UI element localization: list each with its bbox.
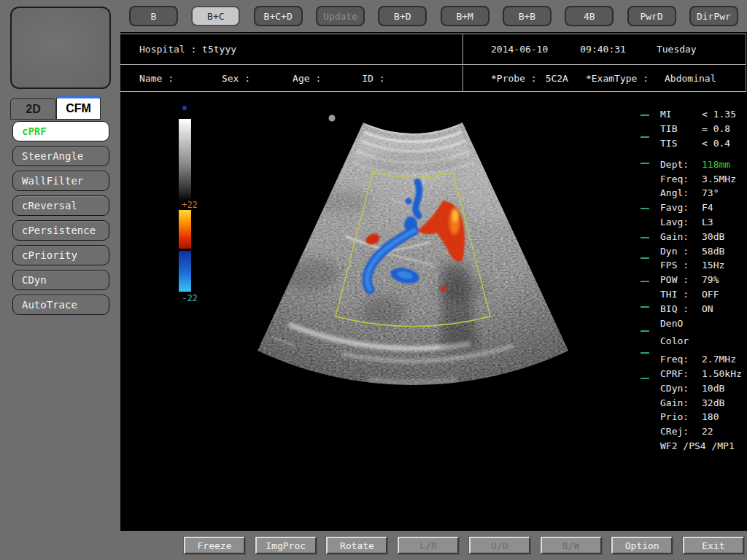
sidebar-button-cpriority[interactable]: cPriority [12,245,109,265]
mode-button-b-c-d[interactable]: B+C+D [254,6,303,26]
param-tick [640,378,649,379]
param-label: Gain: [660,397,702,408]
examtype-label: *ExamType : [586,73,649,84]
preview-thumbnail [10,7,111,89]
sidebar-button-cdyn[interactable]: CDyn [12,270,109,290]
param-row-gain: Gain:32dB [660,395,746,410]
mode-button-dirpwr[interactable]: DirPwr [689,6,738,26]
mode-button-4b[interactable]: 4B [565,6,614,26]
param-value: 73° [702,187,746,198]
bottom-button-b-w[interactable]: B/W [541,537,602,554]
param-label: CPRF: [660,368,702,379]
param-tick [640,330,649,332]
mode-button-update[interactable]: Update [316,6,365,26]
patient-id-label: ID : [362,73,384,84]
doppler-colorbar: +22 -22 [177,92,206,311]
colorbar-marker-dot [182,106,187,110]
param-row-wf2-ps4-mp1: WF2 /PS4 /MP1 [660,439,746,454]
sidebar-button-steerangle[interactable]: SteerAngle [12,146,109,166]
flow-toward-bar [179,210,191,249]
param-tick [640,352,649,354]
date-label: 2014-06-10 [491,44,548,55]
param-row-thi: THI :OFF [660,287,746,302]
bottom-button-l-r[interactable]: L/R [398,537,459,554]
bottom-button-imgproc[interactable]: ImgProc [255,537,317,554]
param-label: CRej: [660,426,702,437]
param-label: DenO [660,318,702,329]
weekday-label: Tuesday [657,44,697,55]
patient-name-label: Name : [139,73,174,84]
mode-button-b-c[interactable]: B+C [191,6,240,26]
param-row-freq: Freq:2.7MHz [660,352,746,367]
colorbar-neg-label: -22 [177,293,202,303]
bottom-button-option[interactable]: Option [611,537,673,554]
param-label: MI [660,109,702,120]
image-display: +22 -22 MI< 1.35TIB= 0.8TIS< 0.4Dept:118… [120,92,747,531]
param-list: MI< 1.35TIB= 0.8TIS< 0.4Dept:118mmFreq:3… [640,107,746,453]
param-value: < 1.35 [702,109,746,120]
sidebar-button-cprf[interactable]: cPRF [12,121,109,141]
top-toolbar: BB+CB+C+DUpdateB+DB+MB+B4BPwrDDirPwr [120,0,747,32]
time-label: 09:40:31 [580,44,626,55]
param-value: 32dB [702,397,746,408]
tab-2d[interactable]: 2D [10,98,56,120]
patient-bar: Name : Sex : Age : ID : *Probe : 5C2A *E… [120,66,746,92]
mode-button-b-d[interactable]: B+D [378,6,427,26]
mode-button-b[interactable]: B [129,6,178,26]
param-label: TIB [660,123,702,134]
bottom-button-u-d[interactable]: U/D [469,537,530,554]
param-row-crej: CRej:22 [660,424,746,439]
sidebar-button-wallfilter[interactable]: WallFilter [12,171,109,191]
param-value: 58dB [702,246,746,257]
param-label: CDyn: [660,383,702,394]
param-label: Freq: [660,174,702,184]
sidebar-controls: cPRFSteerAngleWallFiltercReversalcPersis… [12,121,109,319]
param-label: THI : [660,289,702,300]
param-row-prio: Prio:180 [660,410,746,424]
param-tick [640,281,649,282]
param-tick [640,306,649,308]
param-row-gain: Gain:30dB [660,229,746,244]
tab-cfm[interactable]: CFM [56,96,101,120]
mode-button-b-b[interactable]: B+B [503,6,551,26]
param-value: L3 [702,217,746,228]
param-label: TIS [660,138,702,149]
probe-label: *Probe : [491,73,537,84]
param-label: POW : [660,274,702,285]
param-value: 180 [702,411,746,422]
param-row-mi: MI< 1.35 [660,107,746,122]
param-row-fps: FPS :15Hz [660,258,746,273]
param-value: 2.7MHz [702,354,746,365]
param-label: Angl: [660,187,702,198]
colorbar-pos-label: +22 [177,200,202,210]
param-label: WF2 /PS4 /MP1 [660,440,735,451]
mode-button-pwrd[interactable]: PwrD [627,6,676,26]
sidebar-button-creversal[interactable]: cReversal [12,195,109,216]
grayscale-bar [179,119,191,201]
param-label: Dyn : [660,246,702,257]
param-label: BIQ : [660,303,702,314]
param-tick [640,237,649,238]
param-tick [640,136,649,138]
param-tick [640,163,649,164]
param-value: 79% [702,274,746,285]
sidebar-button-cpersistence[interactable]: cPersistence [12,220,109,241]
bottom-button-exit[interactable]: Exit [683,537,744,554]
mode-button-b-m[interactable]: B+M [441,6,489,26]
param-row-freq: Freq:3.5MHz [660,171,746,186]
sidebar-button-autotrace[interactable]: AutoTrace [12,295,109,315]
param-value: 30dB [702,231,746,242]
bottom-button-rotate[interactable]: Rotate [326,537,387,554]
bottom-button-freeze[interactable]: Freeze [184,537,245,554]
param-label: Prio: [660,411,702,422]
ultrasound-app: BB+CB+C+DUpdateB+DB+MB+B4BPwrDDirPwr Hos… [0,0,747,560]
param-label: FPS : [660,260,702,271]
param-value: < 0.4 [702,138,746,149]
param-row-lavg: Lavg:L3 [660,215,746,230]
param-row-deno: DenO [660,316,746,330]
param-row-favg: Favg:F4 [660,201,746,215]
param-value: F4 [702,202,746,213]
param-value: 3.5MHz [702,174,746,184]
flow-away-bar [179,251,191,292]
param-row-color: Color [660,334,746,349]
